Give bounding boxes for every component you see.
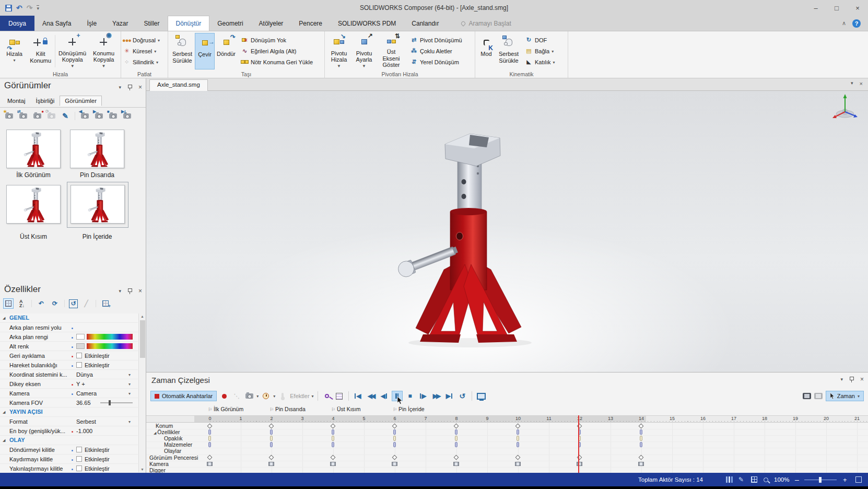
effects-dropdown[interactable]: ▾ (312, 394, 314, 399)
keyframe-bar[interactable] (455, 442, 458, 447)
color-gradient[interactable] (87, 334, 133, 340)
tab-donustur[interactable]: Dönüştür (168, 16, 210, 31)
orientation-triad[interactable] (830, 92, 860, 121)
camera-key-dropdown[interactable]: ▾ (256, 394, 259, 399)
view-marker[interactable]: ⚐ Pin İçeride (393, 406, 425, 412)
color-gradient[interactable] (87, 343, 133, 349)
timer-dropdown[interactable]: ▾ (273, 394, 275, 399)
view-marker[interactable]: ⚐ Üst Kısım (331, 406, 361, 412)
tab-geometri[interactable]: Geometri (209, 16, 251, 31)
zoom-out-button[interactable]: – (795, 475, 799, 484)
keyframe-bar[interactable] (640, 442, 642, 447)
tab-ana-sayfa[interactable]: Ana Sayfa (34, 16, 79, 31)
keyframe-diamond[interactable] (577, 423, 582, 428)
paintbrush-icon[interactable]: ✎ (60, 111, 71, 121)
rotate-button[interactable]: ↷ Döndür (215, 33, 238, 69)
keyframe-diamond[interactable] (577, 455, 582, 460)
zoom-slider-handle[interactable] (819, 477, 822, 483)
keyframe-camera[interactable] (330, 462, 336, 466)
history-icon[interactable]: ↺ (69, 299, 78, 308)
keyframe-diamond[interactable] (331, 423, 336, 428)
camera-key-icon[interactable] (244, 391, 254, 401)
view-marker[interactable]: ⚐ İlk Görünüm (208, 406, 243, 412)
set-key-icon[interactable] (219, 391, 229, 401)
track-label[interactable]: ◢ Özellikler (154, 429, 180, 435)
timeline-body[interactable]: 0123456789101112131415161718192021⚐ İlk … (146, 405, 868, 473)
auto-keys-button[interactable]: Otomatik Anahtarlar (150, 391, 217, 401)
add-table-icon[interactable]: + (100, 298, 111, 309)
tab-pencere[interactable]: Pencere (291, 16, 330, 31)
camera-forward-icon[interactable]: ▶| (121, 111, 133, 121)
dropdown-value[interactable]: Y + (76, 381, 85, 387)
view-thumbnail-pin-iceride[interactable] (71, 185, 125, 224)
views-tab-gorunumler[interactable]: Görünümler (60, 96, 102, 106)
time-mode-button[interactable]: Zaman▾ (826, 391, 864, 401)
keyframe-bar[interactable] (517, 442, 519, 447)
track-label[interactable]: Görünüm Penceresi (149, 455, 198, 461)
tab-stiller[interactable]: Stiller (136, 16, 168, 31)
keyframe-bar[interactable] (393, 436, 396, 441)
keyframe-camera[interactable] (638, 462, 644, 466)
keyframe-camera[interactable] (453, 462, 459, 466)
track-label[interactable]: Digger (149, 467, 166, 473)
views-panel-menu-icon[interactable]: ▾ (119, 85, 121, 90)
tab-atolyeler[interactable]: Atölyeler (251, 16, 291, 31)
keyframe-diamond[interactable] (515, 455, 521, 460)
color-swatch[interactable] (76, 343, 85, 349)
model-axle-stand[interactable] (392, 130, 548, 349)
view-marker[interactable]: ⚐ Pin Dısarıda (269, 406, 306, 412)
keyframe-diamond[interactable] (454, 455, 459, 460)
go-start-button[interactable]: ◀ (353, 391, 363, 401)
key-properties-icon[interactable] (322, 391, 332, 401)
checkbox[interactable] (76, 456, 82, 462)
update-view-monitor-icon[interactable] (477, 393, 486, 400)
track-label[interactable]: Olaylar (164, 448, 181, 454)
section-olay[interactable]: OLAY (9, 437, 25, 443)
copy-position-button[interactable]: ◉ Konumu Kopyala▼ (88, 33, 119, 69)
help-icon[interactable]: ? (852, 19, 861, 28)
draw-icon[interactable]: ✎ (738, 476, 744, 483)
tab-solidworks-pdm[interactable]: SOLIDWORKS PDM (330, 16, 404, 31)
properties-panel-menu-icon[interactable]: ▾ (119, 288, 121, 294)
properties-panel-pin-icon[interactable] (127, 288, 132, 294)
stop-button[interactable]: ■ (405, 391, 416, 401)
keyframe-diamond[interactable] (331, 455, 336, 460)
track-label[interactable]: Konum (156, 423, 173, 429)
file-menu[interactable]: Dosya (0, 16, 34, 31)
show-top-axis-button[interactable]: ⇅ Üst Ekseni Göster (377, 33, 406, 69)
keyframe-diamond[interactable] (639, 423, 644, 428)
keyframe-diamond[interactable] (515, 423, 521, 428)
camera-back-icon[interactable]: ◀ (79, 111, 90, 121)
tab-list-icon[interactable]: ▾ (851, 80, 853, 87)
keyframe-bar[interactable] (393, 442, 396, 447)
properties-scrollbar[interactable]: ▲ ▼ (138, 313, 146, 472)
scroll-up-icon[interactable]: ▲ (139, 315, 146, 318)
sort-az-icon[interactable]: AZ↓ (17, 298, 27, 309)
statistics-icon[interactable] (726, 476, 733, 483)
kinematics-free-drag-button[interactable]: Serbest Sürükle (496, 33, 522, 69)
views-tab-montaj[interactable]: Montaj (2, 96, 31, 106)
keyframe-bar[interactable] (393, 429, 396, 435)
film-export-icon[interactable] (803, 393, 811, 399)
dropdown-value[interactable]: Camera (76, 390, 97, 397)
cylindrical-explode-button[interactable]: ⁘Silindirik▾ (123, 57, 166, 67)
link-button[interactable]: ▤Bağla▾ (525, 46, 555, 56)
text-value[interactable]: -1.000 (76, 428, 92, 434)
linear-explode-button[interactable]: ●●●Doğrusal▾ (123, 35, 166, 45)
keyframe-diamond[interactable] (207, 423, 213, 428)
refresh-properties-icon[interactable]: ⟳ (50, 298, 60, 309)
free-drag-button[interactable]: Serbest Sürükle (170, 33, 195, 69)
keyframe-bar[interactable] (517, 436, 519, 441)
keyframe-diamond[interactable] (639, 455, 644, 460)
playhead[interactable] (578, 415, 579, 473)
properties-panel-close-icon[interactable]: × (138, 287, 142, 295)
timeline-pin-icon[interactable] (849, 376, 854, 382)
key-list-icon[interactable] (334, 391, 345, 401)
keyframe-camera[interactable] (392, 462, 397, 466)
timer-icon[interactable] (261, 391, 271, 401)
keyframe-bar[interactable] (517, 429, 519, 435)
checkbox[interactable] (76, 353, 82, 358)
align-button[interactable]: ↷ Hizala▾ (2, 33, 27, 69)
views-panel-pin-icon[interactable] (127, 84, 132, 90)
keyframe-camera[interactable] (207, 462, 213, 466)
